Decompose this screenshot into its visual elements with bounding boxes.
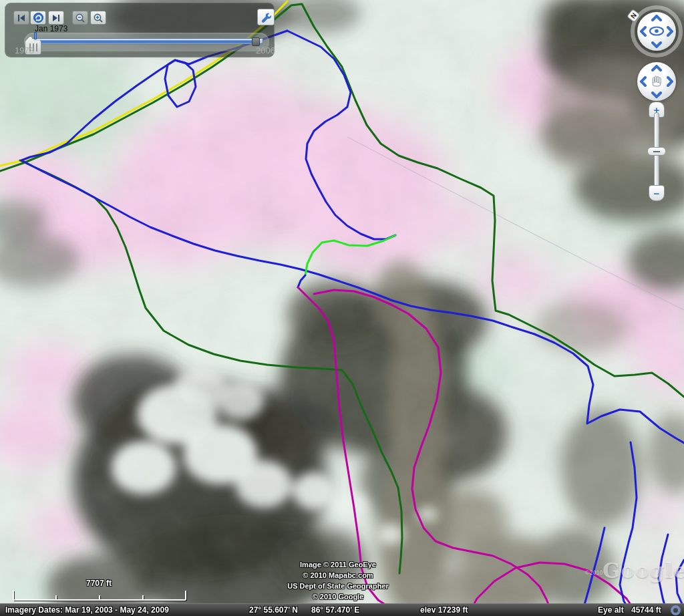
time-slider-range-start-label: 1973 <box>15 45 34 55</box>
move-right-arrow-icon[interactable] <box>667 76 673 87</box>
imagery-dates-label: Imagery Dates: Mar 19, 2003 - May 24, 20… <box>5 605 169 615</box>
time-slider-fill <box>30 40 260 43</box>
attribution-line: © 2010 Mapabc.com <box>250 570 425 581</box>
time-slider-groove[interactable] <box>24 33 269 51</box>
watermark-year: ©2010 <box>585 569 603 576</box>
attribution-line: Image © 2011 GeoEye <box>250 559 425 570</box>
time-slider-track[interactable] <box>28 38 263 44</box>
wrench-icon <box>260 11 272 23</box>
latitude-readout: 27° 55.607' N <box>249 605 298 615</box>
terrain-texture <box>0 0 684 616</box>
scale-bar-label: 7707 ft <box>65 579 132 588</box>
step-forward-icon <box>51 13 61 23</box>
hand-icon <box>651 75 663 88</box>
zoom-in-magnifier-icon <box>93 13 104 23</box>
zoom-slider-handle[interactable] <box>647 147 666 156</box>
play-loop-icon <box>33 12 44 23</box>
time-slider-settings-button[interactable] <box>257 9 275 25</box>
timeline-zoom-out-button[interactable] <box>72 11 88 25</box>
time-slider-range-end-label: 2006 <box>256 45 275 55</box>
time-slider-panel: Jan 1973 1973 2006 <box>5 3 275 57</box>
step-back-button[interactable] <box>13 11 29 25</box>
compass-north-label: N <box>629 11 638 19</box>
status-bar: Imagery Dates: Mar 19, 2003 - May 24, 20… <box>0 603 684 616</box>
eye-icon <box>649 25 665 37</box>
map-attribution: Image © 2011 GeoEye © 2010 Mapabc.com US… <box>250 559 425 602</box>
eye-altitude-value: 45744 ft <box>631 605 661 615</box>
satellite-map-viewport[interactable] <box>0 0 684 616</box>
step-forward-button[interactable] <box>48 11 64 25</box>
move-joystick[interactable] <box>637 62 676 101</box>
play-animation-button[interactable] <box>30 11 46 25</box>
move-down-arrow-icon[interactable] <box>651 92 662 98</box>
time-slider-current-label: Jan 1973 <box>35 24 67 33</box>
longitude-readout: 86° 57.470' E <box>311 605 359 615</box>
timeline-zoom-in-button[interactable] <box>90 11 106 25</box>
look-left-arrow-icon[interactable] <box>640 26 647 37</box>
look-down-arrow-icon[interactable] <box>651 41 662 48</box>
google-earth-window: Jan 1973 1973 2006 N <box>0 0 684 616</box>
look-joystick[interactable] <box>637 12 676 51</box>
step-back-icon <box>16 13 27 23</box>
look-up-arrow-icon[interactable] <box>651 15 662 21</box>
look-right-arrow-icon[interactable] <box>667 26 673 37</box>
zoom-out-magnifier-icon <box>75 13 86 23</box>
time-slider-position-tick <box>34 32 37 39</box>
move-left-arrow-icon[interactable] <box>640 76 647 87</box>
google-logo: Google <box>603 559 684 583</box>
zoom-out-label: − <box>654 188 660 199</box>
zoom-out-button[interactable]: − <box>649 185 665 201</box>
streaming-indicator-icon <box>671 605 681 615</box>
attribution-line: © 2010 Google <box>250 591 425 602</box>
attribution-line: US Dept of State Geographer <box>250 581 425 591</box>
eye-altitude-label: Eye alt <box>598 605 624 615</box>
move-up-arrow-icon[interactable] <box>651 65 662 71</box>
elevation-readout: elev 17239 ft <box>420 605 468 615</box>
scale-bar <box>12 589 187 601</box>
